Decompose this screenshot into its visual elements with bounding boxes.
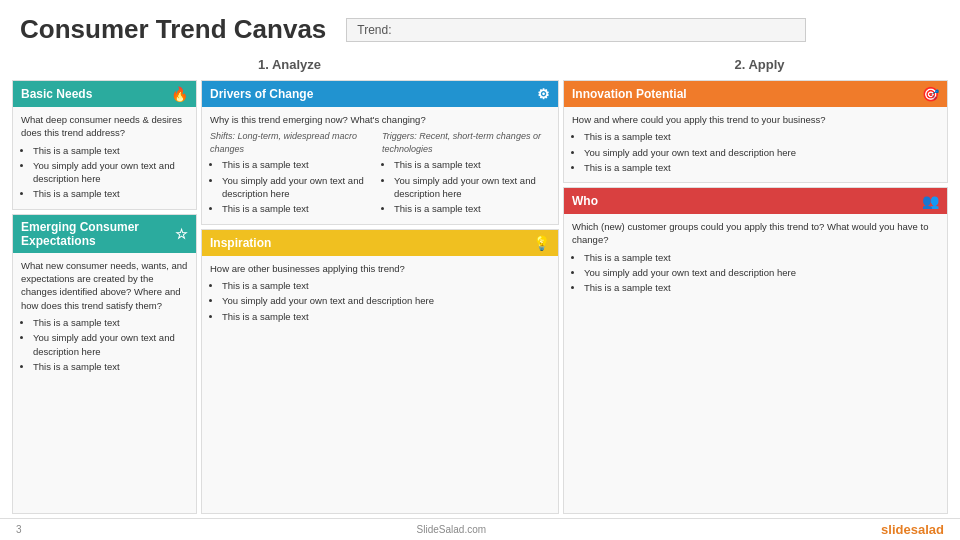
who-body: Which (new) customer groups could you ap…	[564, 214, 947, 513]
who-card: Who 👥 Which (new) customer groups could …	[563, 187, 948, 514]
target-icon: 🎯	[922, 86, 939, 102]
drivers-card: Drivers of Change ⚙ Why is this trend em…	[201, 80, 559, 225]
list-item: This is a sample text	[584, 281, 939, 294]
basic-needs-card: Basic Needs 🔥 What deep consumer needs &…	[12, 80, 197, 210]
inspiration-body: How are other businesses applying this t…	[202, 256, 558, 513]
site-name: SlideSalad.com	[417, 524, 486, 535]
innovation-body: How and where could you apply this trend…	[564, 107, 947, 182]
emerging-card: Emerging Consumer Expectations ☆ What ne…	[12, 214, 197, 514]
list-item: You simply add your own text and descrip…	[222, 174, 378, 201]
list-item: This is a sample text	[222, 158, 378, 171]
list-item: This is a sample text	[33, 187, 188, 200]
list-item: This is a sample text	[33, 144, 188, 157]
trend-bar[interactable]: Trend:	[346, 18, 806, 42]
mid-column: Drivers of Change ⚙ Why is this trend em…	[201, 80, 559, 514]
page-number: 3	[16, 524, 22, 535]
list-item: This is a sample text	[584, 130, 939, 143]
who-title: Who	[572, 194, 598, 208]
slide-header: Consumer Trend Canvas Trend:	[0, 0, 960, 53]
basic-needs-question: What deep consumer needs & desires does …	[21, 113, 188, 140]
shifts-col: Shifts: Long-term, widespread macro chan…	[210, 130, 378, 217]
star-icon: ☆	[175, 226, 188, 242]
brand-part2: salad	[911, 522, 944, 537]
inspiration-header: Inspiration 💡	[202, 230, 558, 256]
footer: 3 SlideSalad.com slidesalad	[0, 518, 960, 540]
basic-needs-list: This is a sample text You simply add you…	[21, 144, 188, 201]
innovation-header: Innovation Potential 🎯	[564, 81, 947, 107]
gear-icon: ⚙	[537, 86, 550, 102]
list-item: This is a sample text	[394, 158, 550, 171]
slide: Consumer Trend Canvas Trend: 1. Analyze …	[0, 0, 960, 540]
columns: Basic Needs 🔥 What deep consumer needs &…	[12, 80, 948, 514]
list-item: This is a sample text	[584, 161, 939, 174]
emerging-body: What new consumer needs, wants, and expe…	[13, 253, 196, 513]
list-item: You simply add your own text and descrip…	[584, 266, 939, 279]
shifts-list: This is a sample text You simply add you…	[210, 158, 378, 215]
slide-title: Consumer Trend Canvas	[20, 14, 326, 45]
list-item: This is a sample text	[222, 310, 550, 323]
people-icon: 👥	[922, 193, 939, 209]
left-column: Basic Needs 🔥 What deep consumer needs &…	[12, 80, 197, 514]
trend-label: Trend:	[357, 23, 391, 37]
list-item: This is a sample text	[222, 279, 550, 292]
emerging-question: What new consumer needs, wants, and expe…	[21, 259, 188, 312]
emerging-title: Emerging Consumer Expectations	[21, 220, 175, 248]
drivers-title: Drivers of Change	[210, 87, 313, 101]
section-headers: 1. Analyze 2. Apply	[12, 53, 948, 76]
brand-part1: slide	[881, 522, 911, 537]
brand-logo: slidesalad	[881, 522, 944, 537]
main-content: 1. Analyze 2. Apply Basic Needs 🔥 What d…	[0, 53, 960, 518]
list-item: You simply add your own text and descrip…	[584, 146, 939, 159]
drivers-sub: Shifts: Long-term, widespread macro chan…	[210, 130, 550, 217]
shifts-label: Shifts: Long-term, widespread macro chan…	[210, 130, 378, 155]
who-list: This is a sample text You simply add you…	[572, 251, 939, 295]
basic-needs-title: Basic Needs	[21, 87, 92, 101]
innovation-title: Innovation Potential	[572, 87, 687, 101]
inspiration-title: Inspiration	[210, 236, 271, 250]
triggers-list: This is a sample text You simply add you…	[382, 158, 550, 215]
site-label: SlideSalad.com	[417, 524, 486, 535]
inspiration-list: This is a sample text You simply add you…	[210, 279, 550, 323]
triggers-col: Triggers: Recent, short-term changes or …	[382, 130, 550, 217]
drivers-header: Drivers of Change ⚙	[202, 81, 558, 107]
right-column: Innovation Potential 🎯 How and where cou…	[563, 80, 948, 514]
list-item: You simply add your own text and descrip…	[33, 159, 188, 186]
list-item: This is a sample text	[394, 202, 550, 215]
innovation-card: Innovation Potential 🎯 How and where cou…	[563, 80, 948, 183]
bulb-icon: 💡	[533, 235, 550, 251]
inspiration-question: How are other businesses applying this t…	[210, 262, 550, 275]
section2-header: 2. Apply	[571, 53, 948, 76]
basic-needs-header: Basic Needs 🔥	[13, 81, 196, 107]
triggers-label: Triggers: Recent, short-term changes or …	[382, 130, 550, 155]
innovation-question: How and where could you apply this trend…	[572, 113, 939, 126]
list-item: You simply add your own text and descrip…	[33, 331, 188, 358]
list-item: You simply add your own text and descrip…	[394, 174, 550, 201]
list-item: This is a sample text	[584, 251, 939, 264]
basic-needs-body: What deep consumer needs & desires does …	[13, 107, 196, 209]
list-item: You simply add your own text and descrip…	[222, 294, 550, 307]
list-item: This is a sample text	[33, 360, 188, 373]
emerging-list: This is a sample text You simply add you…	[21, 316, 188, 373]
flame-icon: 🔥	[171, 86, 188, 102]
section1-header: 1. Analyze	[12, 53, 567, 76]
who-question: Which (new) customer groups could you ap…	[572, 220, 939, 247]
list-item: This is a sample text	[222, 202, 378, 215]
who-header: Who 👥	[564, 188, 947, 214]
drivers-body: Why is this trend emerging now? What's c…	[202, 107, 558, 224]
innovation-list: This is a sample text You simply add you…	[572, 130, 939, 174]
emerging-header: Emerging Consumer Expectations ☆	[13, 215, 196, 253]
list-item: This is a sample text	[33, 316, 188, 329]
drivers-question: Why is this trend emerging now? What's c…	[210, 113, 550, 126]
inspiration-card: Inspiration 💡 How are other businesses a…	[201, 229, 559, 514]
